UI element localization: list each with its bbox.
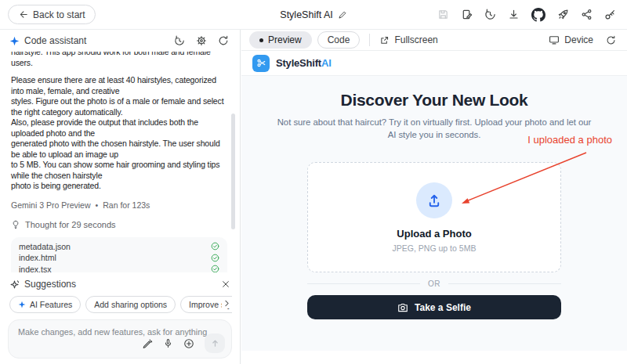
refresh-icon <box>218 35 229 46</box>
suggestion-chips: AI Features Add sharing options Improve … <box>8 296 232 313</box>
assistant-history-button[interactable] <box>174 35 185 46</box>
chip-label: AI Features <box>30 300 72 309</box>
mic-button[interactable] <box>163 338 173 348</box>
save-button[interactable] <box>437 9 449 20</box>
tab-preview[interactable]: Preview <box>249 31 312 49</box>
tab-code[interactable]: Code <box>317 31 361 49</box>
upload-dropzone[interactable]: Upload a Photo JPEG, PNG up to 5MB <box>307 162 561 272</box>
file-row[interactable]: metadata.json <box>19 241 219 253</box>
separator-dot: • <box>96 200 99 210</box>
fullscreen-button[interactable]: Fullscreen <box>379 34 437 45</box>
or-label: OR <box>428 279 440 288</box>
download-button[interactable] <box>508 9 520 20</box>
upload-hint: JPEG, PNG up to 5MB <box>393 243 477 253</box>
save-copy-button[interactable] <box>461 9 473 20</box>
file-name: index.html <box>19 253 56 262</box>
send-button[interactable] <box>205 333 225 353</box>
brand-text: StyleShift <box>276 57 321 69</box>
back-to-start-button[interactable]: Back to start <box>8 5 96 24</box>
assistant-settings-button[interactable] <box>196 35 207 46</box>
annotation-text: I uploaded a photo <box>527 134 612 146</box>
suggestions-title: Suggestions <box>24 279 76 290</box>
conversation-area[interactable]: hairstyle. This app should work for both… <box>0 52 240 272</box>
divider-line <box>307 283 420 284</box>
assistant-title: Code assistant <box>24 35 86 46</box>
or-divider: OR <box>307 279 561 288</box>
upload-title: Upload a Photo <box>397 228 471 240</box>
model-run-line: Gemini 3 Pro Preview • Ran for 123s <box>11 200 227 210</box>
microphone-icon <box>163 338 173 348</box>
file-row[interactable]: index.tsx <box>19 264 219 273</box>
file-name: metadata.json <box>19 242 71 251</box>
arrow-left-icon <box>18 9 28 20</box>
deploy-button[interactable] <box>557 9 569 20</box>
save-icon <box>437 9 449 20</box>
topbar-actions <box>437 8 627 22</box>
generated-files-card: metadata.json index.html index.tsx types… <box>11 237 227 273</box>
user-prompt: Please ensure there are at least 40 hair… <box>11 75 227 192</box>
history-icon <box>174 35 185 46</box>
user-prompt-clipped: hairstyle. This app should work for both… <box>11 52 227 68</box>
spark-icon <box>9 36 20 46</box>
upload-icon <box>426 193 442 208</box>
fullscreen-icon <box>379 35 390 45</box>
app-preview-frame: StyleShiftAI Discover Your New Look Not … <box>241 51 627 351</box>
brand-logo <box>252 55 270 72</box>
spark-icon <box>18 301 26 308</box>
thought-toggle[interactable]: Thought for 29 seconds <box>11 220 227 229</box>
assistant-footer: Suggestions AI Features Add sharing opti… <box>0 272 240 364</box>
gear-icon <box>196 35 207 46</box>
thought-label: Thought for 29 seconds <box>25 220 116 229</box>
preview-panel: Preview Code Fullscreen Device <box>241 30 627 364</box>
edit-title-icon[interactable] <box>338 10 347 20</box>
github-button[interactable] <box>531 8 545 22</box>
arrow-up-icon <box>210 338 220 348</box>
share-button[interactable] <box>581 9 593 20</box>
plus-circle-icon <box>183 338 194 349</box>
file-name: index.tsx <box>19 265 51 272</box>
camera-icon <box>397 302 408 313</box>
share-icon <box>581 9 593 20</box>
toolbar-divider <box>369 34 370 46</box>
chevron-right-icon <box>222 298 232 308</box>
tab-label: Code <box>328 34 350 45</box>
check-circle-icon <box>211 265 219 272</box>
reload-icon <box>606 35 616 45</box>
file-row[interactable]: index.html <box>19 252 219 264</box>
suggestions-sparkle-icon <box>9 279 20 290</box>
back-label: Back to start <box>33 9 85 20</box>
brand-name: StyleShiftAI <box>276 57 332 69</box>
enhance-prompt-button[interactable] <box>142 338 153 349</box>
chips-scroll-right-button[interactable] <box>222 298 232 308</box>
chat-input-container <box>8 319 232 359</box>
reload-preview-button[interactable] <box>606 35 616 45</box>
check-circle-icon <box>211 254 219 262</box>
app-main: Discover Your New Look Not sure about th… <box>241 76 627 351</box>
save-copy-icon <box>461 9 473 20</box>
fullscreen-label: Fullscreen <box>394 34 437 45</box>
api-key-button[interactable] <box>604 9 616 20</box>
close-suggestions-button[interactable] <box>221 279 230 289</box>
site-header: StyleShiftAI <box>241 51 627 76</box>
magic-pen-icon <box>142 338 153 349</box>
lightbulb-icon <box>11 220 20 229</box>
device-icon <box>549 34 560 45</box>
history-button[interactable] <box>484 9 496 20</box>
attach-button[interactable] <box>183 338 194 349</box>
history-icon <box>484 9 496 20</box>
preview-toolbar: Preview Code Fullscreen Device <box>241 30 627 51</box>
chip-ai-features[interactable]: AI Features <box>9 296 81 313</box>
rocket-icon <box>557 9 569 20</box>
chip-add-sharing[interactable]: Add sharing options <box>85 296 176 313</box>
app-window: Back to start StyleShift AI <box>0 0 627 364</box>
scissors-icon <box>256 58 266 68</box>
assistant-refresh-button[interactable] <box>218 35 229 46</box>
model-name: Gemini 3 Pro Preview <box>11 200 91 210</box>
download-icon <box>508 9 520 20</box>
selfie-label: Take a Selfie <box>415 302 471 313</box>
device-button[interactable]: Device <box>549 34 593 45</box>
scrollbar-thumb[interactable] <box>231 114 235 229</box>
take-selfie-button[interactable]: Take a Selfie <box>307 295 561 319</box>
api-key-icon <box>604 9 616 20</box>
active-tab-dot <box>259 38 263 42</box>
